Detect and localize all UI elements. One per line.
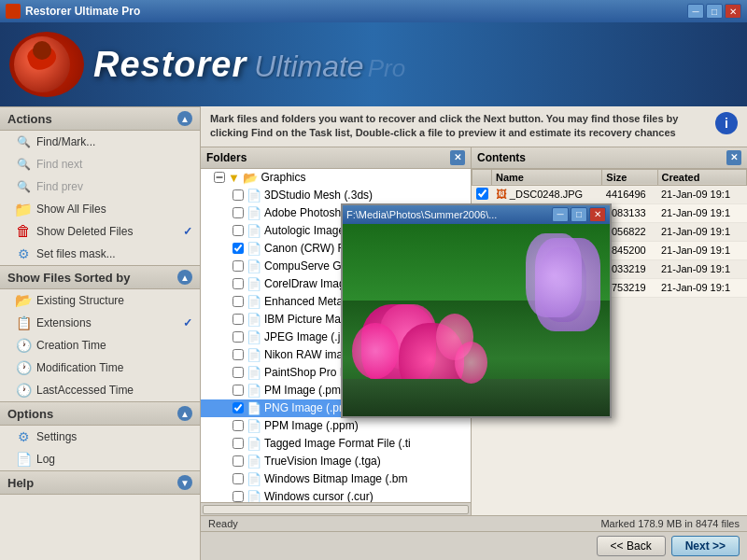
tree-checkbox-windowsbmp[interactable] [233, 473, 244, 484]
actions-label: Actions [7, 112, 52, 126]
folder-icon-windowsbmp: 📄 [247, 472, 261, 486]
bottom-nav: << Back Next >> [201, 531, 747, 560]
sidebar-item-creation-time[interactable]: 🕐 Creation Time [0, 334, 200, 357]
col-name[interactable]: Name [492, 169, 602, 185]
tree-checkbox-graphics[interactable] [214, 172, 225, 183]
status-left: Ready [208, 518, 238, 529]
folder-icon-jpeg: 📄 [247, 330, 261, 344]
find-prev-icon: 🔍 [15, 178, 32, 195]
tree-checkbox-pm[interactable] [233, 385, 244, 396]
tree-checkbox-canon[interactable] [233, 243, 244, 254]
info-icon: i [715, 112, 738, 134]
help-section-header[interactable]: Help ▼ [0, 470, 200, 495]
tree-label-graphics: Graphics [261, 171, 305, 184]
col-size[interactable]: Size [602, 169, 657, 185]
tree-checkbox-windowscur[interactable] [233, 491, 244, 502]
preview-window[interactable]: F:\Media\Photos\Summer2006\... ─ □ ✕ [341, 203, 612, 418]
sort-section-header[interactable]: Show Files Sorted by ▲ [0, 265, 200, 289]
show-all-icon: 📁 [15, 201, 32, 217]
tree-label-3dstudio: 3DStudio Mesh (.3ds) [264, 189, 373, 202]
folder-icon-enhanced: 📄 [247, 295, 261, 309]
row-created: 21-Jan-09 19:1 [657, 203, 747, 222]
sidebar-item-extensions[interactable]: 📋 Extensions ✓ [0, 312, 200, 334]
find-next-icon: 🔍 [15, 156, 32, 173]
table-row[interactable]: 🖼 _DSC0248.JPG441649621-Jan-09 19:1 [472, 185, 747, 203]
actions-collapse-btn[interactable]: ▲ [177, 111, 192, 126]
sidebar-item-set-mask[interactable]: ⚙ Set files mask... [0, 243, 200, 265]
tree-item-3dstudio[interactable]: 📄3DStudio Mesh (.3ds) [201, 187, 471, 204]
header-watermark: Pro [368, 54, 405, 83]
sidebar-item-log[interactable]: 📄 Log [0, 448, 200, 470]
row-checkbox[interactable] [476, 188, 488, 200]
tree-checkbox-jpeg[interactable] [233, 331, 244, 343]
tree-item-graphics[interactable]: ▼ 📂Graphics [201, 169, 471, 187]
back-button[interactable]: << Back [597, 536, 666, 556]
tree-checkbox-3dstudio[interactable] [233, 189, 244, 201]
tree-checkbox-tagged[interactable] [233, 438, 244, 449]
col-check [472, 169, 492, 185]
maximize-button[interactable]: □ [706, 4, 723, 19]
tree-checkbox-ibm[interactable] [233, 314, 244, 325]
tree-checkbox-autologic[interactable] [233, 225, 244, 236]
tree-item-tagged[interactable]: 📄Tagged Image Format File (.ti [201, 435, 471, 453]
creation-time-icon: 🕐 [15, 337, 32, 354]
sort-collapse-btn[interactable]: ▲ [177, 270, 192, 285]
tree-label-windowsbmp: Windows Bitmap Image (.bm [264, 472, 407, 485]
tree-item-windowsbmp[interactable]: 📄Windows Bitmap Image (.bm [201, 470, 471, 488]
options-items: ⚙ Settings 📄 Log [0, 426, 200, 470]
sidebar-item-last-accessed[interactable]: 🕐 LastAccessed Time [0, 379, 200, 401]
help-collapse-btn[interactable]: ▼ [177, 475, 192, 490]
sidebar-item-existing-structure[interactable]: 📂 Existing Structure [0, 289, 200, 312]
sidebar-item-show-all[interactable]: 📁 Show All Files [0, 198, 200, 220]
help-label: Help [7, 476, 34, 490]
options-section-header[interactable]: Options ▲ [0, 401, 200, 426]
tree-checkbox-coreldraw[interactable] [233, 278, 244, 289]
close-button[interactable]: ✕ [725, 4, 741, 19]
tree-item-truevision[interactable]: 📄TrueVision Image (.tga) [201, 453, 471, 470]
folder-icon-tagged: 📄 [247, 437, 261, 451]
folders-panel-header: Folders ✕ [201, 147, 471, 169]
preview-maximize-btn[interactable]: □ [571, 207, 587, 222]
row-created: 21-Jan-09 19:1 [657, 241, 747, 259]
options-collapse-btn[interactable]: ▲ [177, 406, 192, 421]
sidebar-item-find-next: 🔍 Find next [0, 153, 200, 175]
info-bar: Mark files and folders you want to recov… [201, 106, 747, 147]
tree-checkbox-paintshop[interactable] [233, 367, 244, 378]
sidebar-item-show-deleted[interactable]: 🗑 Show Deleted Files ✓ [0, 220, 200, 243]
row-created: 21-Jan-09 19:1 [657, 222, 747, 241]
file-icon: 🖼 [496, 188, 510, 201]
contents-close-button[interactable]: ✕ [726, 150, 741, 165]
sidebar-item-modification-time[interactable]: 🕐 Modification Time [0, 357, 200, 379]
tree-checkbox-png[interactable] [233, 402, 244, 413]
show-deleted-check: ✓ [183, 225, 192, 238]
find-next-label: Find next [36, 158, 82, 171]
preview-title: F:\Media\Photos\Summer2006\... [346, 209, 552, 220]
next-button[interactable]: Next >> [671, 536, 740, 556]
col-created[interactable]: Created [657, 169, 747, 185]
tree-item-ppm[interactable]: 📄PPM Image (.ppm) [201, 417, 471, 435]
preview-minimize-btn[interactable]: ─ [552, 207, 569, 222]
tree-checkbox-enhanced[interactable] [233, 296, 244, 307]
tree-item-windowscur[interactable]: 📄Windows cursor (.cur) [201, 488, 471, 502]
sidebar-item-settings[interactable]: ⚙ Settings [0, 426, 200, 448]
show-all-label: Show All Files [36, 203, 106, 216]
folders-scrollbar[interactable] [201, 502, 471, 515]
settings-label: Settings [36, 430, 77, 443]
folder-icon-autologic: 📄 [247, 224, 261, 238]
tree-checkbox-adobe[interactable] [233, 207, 244, 218]
app-header: Restorer Ultimate Pro [0, 22, 747, 106]
folder-icon-ibm: 📄 [247, 313, 261, 327]
sidebar-item-find-mark[interactable]: 🔍 Find/Mark... [0, 131, 200, 153]
folders-close-button[interactable]: ✕ [450, 150, 465, 165]
tree-checkbox-compuserve[interactable] [233, 260, 244, 272]
tree-checkbox-nikon[interactable] [233, 349, 244, 360]
contents-thead: Name Size Created [472, 169, 747, 185]
folder-icon-adobe: 📄 [247, 206, 261, 220]
tree-checkbox-truevision[interactable] [233, 455, 244, 467]
contents-title: Contents [477, 151, 526, 164]
actions-section-header[interactable]: Actions ▲ [0, 106, 200, 131]
options-label: Options [7, 407, 53, 421]
minimize-button[interactable]: ─ [687, 4, 704, 19]
preview-close-btn[interactable]: ✕ [589, 207, 606, 222]
tree-checkbox-ppm[interactable] [233, 420, 244, 431]
